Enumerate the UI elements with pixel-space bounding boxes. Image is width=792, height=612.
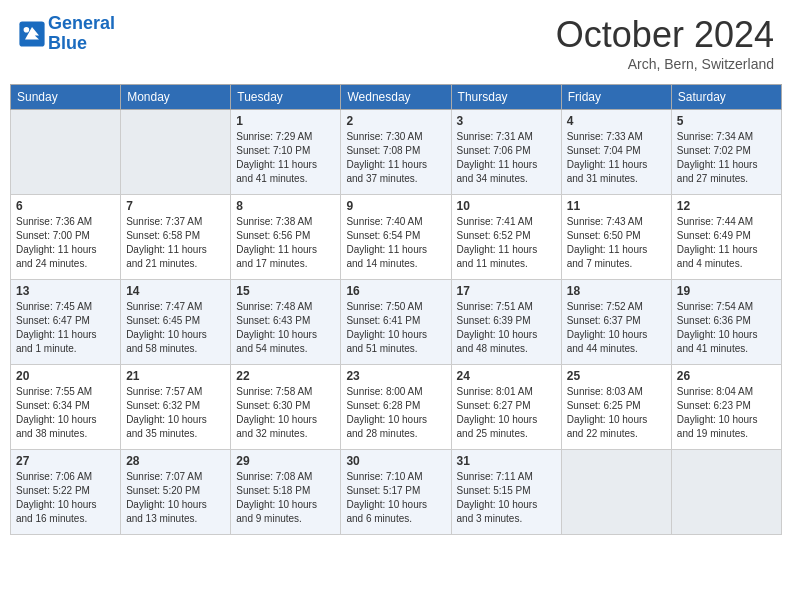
location: Arch, Bern, Switzerland — [556, 56, 774, 72]
day-info: Sunrise: 7:41 AM Sunset: 6:52 PM Dayligh… — [457, 215, 556, 271]
day-info: Sunrise: 7:45 AM Sunset: 6:47 PM Dayligh… — [16, 300, 115, 356]
day-info: Sunrise: 7:34 AM Sunset: 7:02 PM Dayligh… — [677, 130, 776, 186]
day-info: Sunrise: 7:51 AM Sunset: 6:39 PM Dayligh… — [457, 300, 556, 356]
calendar-cell: 5Sunrise: 7:34 AM Sunset: 7:02 PM Daylig… — [671, 110, 781, 195]
day-number: 9 — [346, 199, 445, 213]
day-info: Sunrise: 7:55 AM Sunset: 6:34 PM Dayligh… — [16, 385, 115, 441]
day-number: 13 — [16, 284, 115, 298]
calendar-cell: 13Sunrise: 7:45 AM Sunset: 6:47 PM Dayli… — [11, 280, 121, 365]
weekday-header: Saturday — [671, 85, 781, 110]
calendar-cell — [561, 450, 671, 535]
day-number: 31 — [457, 454, 556, 468]
day-info: Sunrise: 8:03 AM Sunset: 6:25 PM Dayligh… — [567, 385, 666, 441]
calendar-cell: 11Sunrise: 7:43 AM Sunset: 6:50 PM Dayli… — [561, 195, 671, 280]
day-number: 27 — [16, 454, 115, 468]
weekday-header: Tuesday — [231, 85, 341, 110]
day-number: 4 — [567, 114, 666, 128]
day-info: Sunrise: 7:11 AM Sunset: 5:15 PM Dayligh… — [457, 470, 556, 526]
day-number: 28 — [126, 454, 225, 468]
calendar-cell: 27Sunrise: 7:06 AM Sunset: 5:22 PM Dayli… — [11, 450, 121, 535]
day-info: Sunrise: 7:43 AM Sunset: 6:50 PM Dayligh… — [567, 215, 666, 271]
day-number: 25 — [567, 369, 666, 383]
page-header: General Blue October 2024 Arch, Bern, Sw… — [10, 10, 782, 76]
calendar-cell: 15Sunrise: 7:48 AM Sunset: 6:43 PM Dayli… — [231, 280, 341, 365]
calendar-cell: 19Sunrise: 7:54 AM Sunset: 6:36 PM Dayli… — [671, 280, 781, 365]
weekday-header: Wednesday — [341, 85, 451, 110]
day-number: 26 — [677, 369, 776, 383]
day-info: Sunrise: 7:50 AM Sunset: 6:41 PM Dayligh… — [346, 300, 445, 356]
day-info: Sunrise: 7:30 AM Sunset: 7:08 PM Dayligh… — [346, 130, 445, 186]
weekday-header: Friday — [561, 85, 671, 110]
calendar-cell: 21Sunrise: 7:57 AM Sunset: 6:32 PM Dayli… — [121, 365, 231, 450]
calendar-cell: 16Sunrise: 7:50 AM Sunset: 6:41 PM Dayli… — [341, 280, 451, 365]
day-number: 19 — [677, 284, 776, 298]
day-number: 12 — [677, 199, 776, 213]
day-number: 7 — [126, 199, 225, 213]
calendar-cell: 3Sunrise: 7:31 AM Sunset: 7:06 PM Daylig… — [451, 110, 561, 195]
day-info: Sunrise: 8:00 AM Sunset: 6:28 PM Dayligh… — [346, 385, 445, 441]
weekday-header: Monday — [121, 85, 231, 110]
day-number: 21 — [126, 369, 225, 383]
calendar-cell: 24Sunrise: 8:01 AM Sunset: 6:27 PM Dayli… — [451, 365, 561, 450]
logo-text: General Blue — [48, 14, 115, 54]
calendar-cell: 14Sunrise: 7:47 AM Sunset: 6:45 PM Dayli… — [121, 280, 231, 365]
calendar-cell: 22Sunrise: 7:58 AM Sunset: 6:30 PM Dayli… — [231, 365, 341, 450]
calendar-table: SundayMondayTuesdayWednesdayThursdayFrid… — [10, 84, 782, 535]
logo: General Blue — [18, 14, 115, 54]
day-number: 3 — [457, 114, 556, 128]
calendar-cell: 9Sunrise: 7:40 AM Sunset: 6:54 PM Daylig… — [341, 195, 451, 280]
day-number: 23 — [346, 369, 445, 383]
calendar-cell: 29Sunrise: 7:08 AM Sunset: 5:18 PM Dayli… — [231, 450, 341, 535]
month-title: October 2024 — [556, 14, 774, 56]
day-number: 24 — [457, 369, 556, 383]
calendar-cell — [671, 450, 781, 535]
calendar-cell: 23Sunrise: 8:00 AM Sunset: 6:28 PM Dayli… — [341, 365, 451, 450]
day-number: 14 — [126, 284, 225, 298]
calendar-cell — [11, 110, 121, 195]
day-number: 2 — [346, 114, 445, 128]
day-info: Sunrise: 7:07 AM Sunset: 5:20 PM Dayligh… — [126, 470, 225, 526]
day-number: 8 — [236, 199, 335, 213]
day-number: 16 — [346, 284, 445, 298]
day-info: Sunrise: 7:38 AM Sunset: 6:56 PM Dayligh… — [236, 215, 335, 271]
calendar-cell: 7Sunrise: 7:37 AM Sunset: 6:58 PM Daylig… — [121, 195, 231, 280]
day-number: 17 — [457, 284, 556, 298]
calendar-week-row: 13Sunrise: 7:45 AM Sunset: 6:47 PM Dayli… — [11, 280, 782, 365]
day-info: Sunrise: 7:29 AM Sunset: 7:10 PM Dayligh… — [236, 130, 335, 186]
day-info: Sunrise: 7:10 AM Sunset: 5:17 PM Dayligh… — [346, 470, 445, 526]
calendar-cell: 12Sunrise: 7:44 AM Sunset: 6:49 PM Dayli… — [671, 195, 781, 280]
day-info: Sunrise: 7:31 AM Sunset: 7:06 PM Dayligh… — [457, 130, 556, 186]
day-number: 29 — [236, 454, 335, 468]
day-number: 11 — [567, 199, 666, 213]
calendar-week-row: 6Sunrise: 7:36 AM Sunset: 7:00 PM Daylig… — [11, 195, 782, 280]
calendar-cell: 30Sunrise: 7:10 AM Sunset: 5:17 PM Dayli… — [341, 450, 451, 535]
day-number: 18 — [567, 284, 666, 298]
day-info: Sunrise: 7:06 AM Sunset: 5:22 PM Dayligh… — [16, 470, 115, 526]
day-number: 22 — [236, 369, 335, 383]
day-info: Sunrise: 8:01 AM Sunset: 6:27 PM Dayligh… — [457, 385, 556, 441]
day-number: 1 — [236, 114, 335, 128]
title-block: October 2024 Arch, Bern, Switzerland — [556, 14, 774, 72]
day-info: Sunrise: 7:48 AM Sunset: 6:43 PM Dayligh… — [236, 300, 335, 356]
day-number: 20 — [16, 369, 115, 383]
calendar-cell: 2Sunrise: 7:30 AM Sunset: 7:08 PM Daylig… — [341, 110, 451, 195]
calendar-week-row: 27Sunrise: 7:06 AM Sunset: 5:22 PM Dayli… — [11, 450, 782, 535]
day-info: Sunrise: 7:58 AM Sunset: 6:30 PM Dayligh… — [236, 385, 335, 441]
weekday-header-row: SundayMondayTuesdayWednesdayThursdayFrid… — [11, 85, 782, 110]
calendar-cell: 26Sunrise: 8:04 AM Sunset: 6:23 PM Dayli… — [671, 365, 781, 450]
calendar-cell: 17Sunrise: 7:51 AM Sunset: 6:39 PM Dayli… — [451, 280, 561, 365]
calendar-cell: 28Sunrise: 7:07 AM Sunset: 5:20 PM Dayli… — [121, 450, 231, 535]
day-number: 30 — [346, 454, 445, 468]
day-info: Sunrise: 7:57 AM Sunset: 6:32 PM Dayligh… — [126, 385, 225, 441]
svg-point-2 — [24, 27, 30, 33]
calendar-cell: 1Sunrise: 7:29 AM Sunset: 7:10 PM Daylig… — [231, 110, 341, 195]
calendar-cell: 8Sunrise: 7:38 AM Sunset: 6:56 PM Daylig… — [231, 195, 341, 280]
calendar-cell: 25Sunrise: 8:03 AM Sunset: 6:25 PM Dayli… — [561, 365, 671, 450]
day-info: Sunrise: 7:52 AM Sunset: 6:37 PM Dayligh… — [567, 300, 666, 356]
calendar-week-row: 20Sunrise: 7:55 AM Sunset: 6:34 PM Dayli… — [11, 365, 782, 450]
day-info: Sunrise: 7:33 AM Sunset: 7:04 PM Dayligh… — [567, 130, 666, 186]
day-info: Sunrise: 7:54 AM Sunset: 6:36 PM Dayligh… — [677, 300, 776, 356]
day-info: Sunrise: 7:40 AM Sunset: 6:54 PM Dayligh… — [346, 215, 445, 271]
weekday-header: Sunday — [11, 85, 121, 110]
day-info: Sunrise: 8:04 AM Sunset: 6:23 PM Dayligh… — [677, 385, 776, 441]
